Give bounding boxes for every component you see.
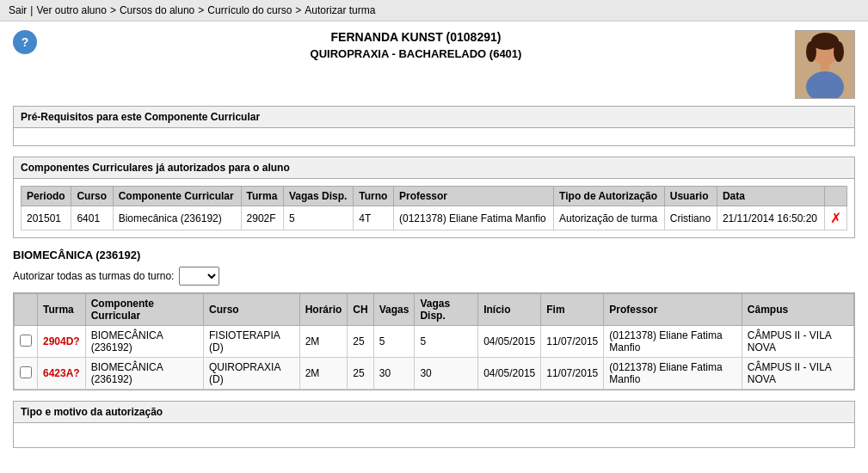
help-icon[interactable]: ? [13, 30, 37, 54]
col-vagas: Vagas [373, 294, 415, 326]
cell-vagas-2: 30 [373, 358, 415, 390]
cell-inicio-1: 04/05/2015 [478, 326, 541, 358]
col-check [15, 294, 38, 326]
cell-fim-2: 11/07/2015 [541, 358, 604, 390]
cell-vagas-disp-2: 30 [415, 358, 478, 390]
student-name: FERNANDA KUNST (0108291) [37, 30, 795, 44]
col-tipo-autorizacao: Tipo de Autorização [554, 187, 665, 206]
cell-tipo-autorizacao: Autorização de turma [554, 206, 665, 230]
student-course: QUIROPRAXIA - BACHARELADO (6401) [37, 47, 795, 60]
table-row: 201501 6401 Biomecânica (236192) 2902F 5… [22, 206, 847, 230]
turno-select[interactable]: 2M 4T [179, 267, 219, 286]
cell-turma-2[interactable]: 6423A? [38, 358, 86, 390]
header-section: ? FERNANDA KUNST (0108291) QUIROPRAXIA -… [13, 30, 855, 99]
student-photo [795, 30, 855, 99]
nav-autorizar-turma[interactable]: Autorizar turma [305, 4, 375, 16]
cell-turma: 2902F [241, 206, 283, 230]
cell-inicio-2: 04/05/2015 [478, 358, 541, 390]
prereq-section: Pré-Requisitos para este Componente Curr… [13, 106, 855, 146]
cell-checkbox-2[interactable] [15, 358, 38, 390]
tipo-section-title: Tipo e motivo da autorização [13, 401, 855, 422]
col-curso-b: Curso [204, 294, 300, 326]
cell-curso-2: QUIROPRAXIA (D) [204, 358, 300, 390]
col-curso: Curso [71, 187, 113, 206]
biomecanica-section: BIOMECÂNICA (236192) Autorizar todas as … [13, 249, 855, 448]
authorize-label: Autorizar todas as turmas do turno: [13, 270, 174, 282]
cell-campus-1: CÂMPUS II - VILA NOVA [742, 326, 853, 358]
header-center: FERNANDA KUNST (0108291) QUIROPRAXIA - B… [37, 30, 795, 60]
cell-turma-1[interactable]: 2904D? [38, 326, 86, 358]
col-inicio: Início [478, 294, 541, 326]
col-periodo: Periodo [22, 187, 71, 206]
col-ch: CH [348, 294, 373, 326]
cell-componente: Biomecânica (236192) [113, 206, 241, 230]
cell-professor-1: (0121378) Eliane Fatima Manfio [604, 326, 742, 358]
cell-checkbox-1[interactable] [15, 326, 38, 358]
authorized-section-title: Componentes Curriculares já autorizados … [14, 157, 854, 179]
turma-link-2[interactable]: 6423A? [43, 367, 80, 379]
col-action [824, 187, 846, 206]
cell-delete[interactable]: ✗ [824, 206, 846, 230]
cell-curso: 6401 [71, 206, 113, 230]
cell-horario-2: 2M [299, 358, 348, 390]
delete-icon[interactable]: ✗ [830, 211, 841, 225]
cell-fim-1: 11/07/2015 [541, 326, 604, 358]
nav-sep1: | [30, 4, 33, 16]
col-fim: Fim [541, 294, 604, 326]
biomecanica-table-container: Turma Componente Curricular Curso Horári… [13, 292, 855, 390]
nav-cursos-do-aluno[interactable]: Cursos do aluno [120, 4, 194, 16]
main-content: ? FERNANDA KUNST (0108291) QUIROPRAXIA -… [0, 22, 868, 457]
svg-point-6 [834, 41, 844, 62]
authorized-section: Componentes Curriculares já autorizados … [13, 157, 855, 238]
cell-turno: 4T [354, 206, 394, 230]
nav-curriculo-do-curso[interactable]: Currículo do curso [207, 4, 292, 16]
col-turma-b: Turma [38, 294, 86, 326]
cell-vagas-disp: 5 [283, 206, 353, 230]
biomecanica-heading: BIOMECÂNICA (236192) [13, 249, 855, 261]
cell-componente-1: BIOMECÂNICA (236192) [85, 326, 203, 358]
col-professor-b: Professor [604, 294, 742, 326]
cell-vagas-1: 5 [373, 326, 415, 358]
cell-componente-2: BIOMECÂNICA (236192) [85, 358, 203, 390]
cell-usuario: Cristiano [664, 206, 717, 230]
col-professor: Professor [394, 187, 554, 206]
cell-professor: (0121378) Eliane Fatima Manfio [394, 206, 554, 230]
col-horario: Horário [299, 294, 348, 326]
cell-data: 21/11/2014 16:50:20 [717, 206, 824, 230]
turma-link-1[interactable]: 2904D? [43, 335, 80, 347]
cell-curso-1: FISIOTERAPIA (D) [204, 326, 300, 358]
cell-horario-1: 2M [299, 326, 348, 358]
nav-ver-outro-aluno[interactable]: Ver outro aluno [36, 4, 106, 16]
cell-campus-2: CÂMPUS II - VILA NOVA [742, 358, 853, 390]
col-vagas-disp: Vagas Disp. [283, 187, 353, 206]
col-componente: Componente Curricular [113, 187, 241, 206]
col-componente-b: Componente Curricular [85, 294, 203, 326]
col-turno: Turno [354, 187, 394, 206]
table-row: 2904D? BIOMECÂNICA (236192) FISIOTERAPIA… [15, 326, 854, 358]
col-usuario: Usuario [664, 187, 717, 206]
cell-ch-1: 25 [348, 326, 373, 358]
cell-vagas-disp-1: 5 [415, 326, 478, 358]
row-checkbox-2[interactable] [20, 366, 32, 378]
nav-arrow1: > [110, 4, 116, 16]
student-photo-svg [796, 31, 854, 98]
prereq-section-title: Pré-Requisitos para este Componente Curr… [14, 107, 854, 128]
row-checkbox-1[interactable] [20, 335, 32, 347]
col-campus: Câmpus [742, 294, 853, 326]
cell-ch-2: 25 [348, 358, 373, 390]
cell-periodo: 201501 [22, 206, 71, 230]
authorize-all-row: Autorizar todas as turmas do turno: 2M 4… [13, 267, 855, 286]
nav-arrow2: > [198, 4, 204, 16]
nav-sair[interactable]: Sair [9, 4, 27, 16]
col-vagas-disp-b: Vagas Disp. [415, 294, 478, 326]
authorized-table-container: Periodo Curso Componente Curricular Turm… [14, 179, 854, 237]
col-data: Data [717, 187, 824, 206]
biomecanica-table: Turma Componente Curricular Curso Horári… [14, 293, 854, 390]
svg-point-5 [806, 41, 816, 62]
cell-professor-2: (0121378) Eliane Fatima Manfio [604, 358, 742, 390]
nav-arrow3: > [295, 4, 301, 16]
svg-rect-4 [821, 62, 829, 71]
top-navigation: Sair | Ver outro aluno > Cursos do aluno… [0, 0, 868, 22]
authorized-table: Periodo Curso Componente Curricular Turm… [21, 186, 847, 230]
col-turma: Turma [241, 187, 283, 206]
